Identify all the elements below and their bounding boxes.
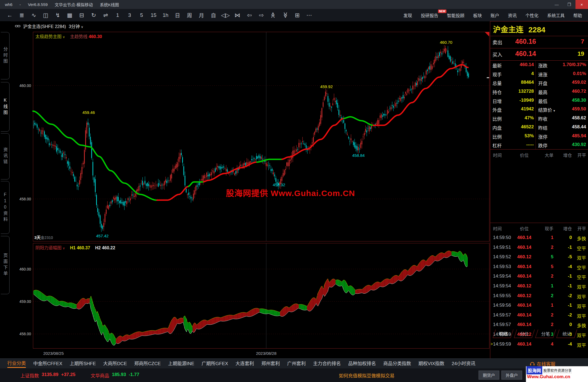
tape-oi-delta: -1 bbox=[556, 274, 572, 279]
index2-label[interactable]: 文华商品 bbox=[91, 372, 109, 379]
bid-row[interactable]: 买入 460.14 19 bbox=[490, 48, 588, 60]
tape-row[interactable]: 14:59:52460.125-5双平 bbox=[490, 252, 588, 262]
bid-price: 460.14 bbox=[507, 50, 545, 58]
tape-row[interactable]: 14:59:57460.142-2双平 bbox=[490, 310, 588, 320]
quote-label: 昨结 bbox=[538, 124, 547, 131]
recharge-notice-link[interactable]: 如何充值模拟豆做模拟交易 bbox=[339, 372, 394, 379]
tape-row[interactable]: 14:59:55460.122-2双平 bbox=[490, 291, 588, 301]
bottom-tab-郑商所CZCE[interactable]: 郑商所CZCE bbox=[134, 360, 161, 367]
quote-row: 外盘41942结算价▼459.50 bbox=[490, 105, 588, 114]
bottom-tab-上期能源INE[interactable]: 上期能源INE bbox=[168, 360, 194, 367]
quote-row: 总量88464开盘459.02 bbox=[490, 78, 588, 87]
tape-row[interactable]: 14:59:50460.1410多换 bbox=[490, 233, 588, 243]
quote-value: 47% bbox=[501, 115, 534, 121]
column-header: 增仓 bbox=[556, 152, 572, 158]
tape-row[interactable]: 14:59:54460.121-1双平 bbox=[490, 281, 588, 291]
bottom-tab-大商所DCE[interactable]: 大商所DCE bbox=[103, 360, 127, 367]
tape-oi-delta: 0 bbox=[556, 322, 572, 327]
bottom-tab-期权VIX指数[interactable]: 期权VIX指数 bbox=[418, 360, 444, 367]
tape-oi-delta: -4 bbox=[556, 264, 572, 269]
futures-account-button[interactable]: 期货户 bbox=[479, 371, 499, 380]
quote-grid: 最新460.14涨跌1.70/0.37%现手4速涨0.01%总量88464开盘4… bbox=[490, 60, 588, 149]
bottom-tab-行业分类[interactable]: 行业分类 bbox=[7, 359, 26, 368]
tape-time: 14:59:54 bbox=[493, 274, 511, 279]
index2-change: -1.77 bbox=[129, 372, 139, 379]
tape-row[interactable]: 14:59:51460.142-1空平 bbox=[490, 243, 588, 252]
quote-row: 内盘46522昨结458.44 bbox=[490, 123, 588, 132]
period-selector[interactable]: 3分钟∨ bbox=[69, 23, 83, 29]
tab-统计[interactable]: 统计 bbox=[556, 330, 577, 338]
svg-text:458.84: 458.84 bbox=[352, 153, 365, 158]
bottom-tab-品种加权排名[interactable]: 品种加权排名 bbox=[348, 360, 376, 367]
tape-oi-delta: -1 bbox=[556, 245, 572, 250]
ask-volume: 7 bbox=[553, 38, 584, 45]
bottom-tab-广期所GFEX[interactable]: 广期所GFEX bbox=[202, 360, 228, 367]
tape-volume: 2 bbox=[534, 245, 553, 250]
settlement-selector[interactable]: 结算价▼ bbox=[538, 106, 556, 113]
tape-row[interactable]: >14:59:59460.144-4双平 bbox=[490, 339, 588, 349]
tape-oi-delta: -1 bbox=[556, 283, 572, 289]
ask-label: 卖出 bbox=[492, 39, 502, 46]
h1-value: H1 460.37 bbox=[70, 246, 90, 250]
sub-indicator-selector[interactable]: 阴阳力道幅图∨ bbox=[35, 246, 65, 250]
tape-oi-delta: -2 bbox=[556, 312, 572, 318]
index-quotes: 上证指数 3135.89 +37.25 文华商品 185.93 -1.77 bbox=[20, 372, 139, 379]
quote-label: 最低 bbox=[538, 98, 547, 104]
chevron-down-icon: ∨ bbox=[63, 35, 65, 39]
tape-row[interactable]: 14:59:57460.1420多换 bbox=[490, 320, 588, 330]
tape-table-header: 时间价位现手增仓开平 bbox=[490, 223, 588, 232]
quote-value: 459.02 bbox=[558, 80, 586, 85]
tape-volume: 4 bbox=[534, 341, 553, 347]
exchange-tab-bar: 行业分类中金所CFFEX上期所SHFE大商所DCE郑商所CZCE上期能源INE广… bbox=[0, 358, 588, 368]
quote-label: 跌停 bbox=[538, 142, 547, 149]
tape-direction: 双平 bbox=[572, 303, 586, 309]
column-header: 现手 bbox=[534, 225, 553, 232]
ask-row[interactable]: 卖出 460.16 7 bbox=[490, 36, 588, 48]
svg-text:458.00: 458.00 bbox=[19, 197, 31, 201]
bottom-tab-大连套利[interactable]: 大连套利 bbox=[235, 360, 254, 367]
quote-label: 速涨 bbox=[538, 71, 547, 78]
quote-value: 0.01% bbox=[558, 71, 586, 76]
logo-subtitle: 股票软件资源分享 bbox=[543, 368, 572, 373]
quote-value: 132728 bbox=[501, 89, 534, 94]
quote-row: 比例53%涨停485.94 bbox=[490, 132, 588, 141]
main-indicator-selector[interactable]: 太极趋势主图∨ bbox=[35, 34, 65, 39]
bottom-tab-中金所CFFEX[interactable]: 中金所CFFEX bbox=[33, 360, 62, 367]
bottom-tab-商品分类指数[interactable]: 商品分类指数 bbox=[383, 360, 411, 367]
tape-oi-delta: -5 bbox=[556, 254, 572, 260]
overseas-account-button[interactable]: 外盘户 bbox=[501, 371, 522, 380]
bottom-tab-主力合约排名[interactable]: 主力合约排名 bbox=[313, 360, 341, 367]
svg-text:460.00: 460.00 bbox=[19, 83, 31, 88]
tape-direction: 空平 bbox=[572, 245, 586, 251]
tape-row[interactable]: 14:59:56460.141-1双平 bbox=[490, 300, 588, 310]
tape-time: 14:59:50 bbox=[493, 235, 511, 240]
quote-symbol-title: 沪金主连2284 bbox=[493, 24, 545, 35]
tape-volume: 2 bbox=[534, 293, 553, 299]
tape-direction: 双平 bbox=[572, 312, 586, 319]
tab-明细[interactable]: 明细 bbox=[493, 330, 513, 338]
quote-row: 比例47%昨收458.62 bbox=[490, 114, 588, 123]
watermark: 股海网提供 Www.Guhai.Com.CN bbox=[226, 187, 355, 198]
quote-value: 41942 bbox=[501, 106, 534, 112]
quote-label: 昨收 bbox=[538, 115, 547, 122]
tape-time: 14:59:52 bbox=[493, 254, 511, 260]
tape-volume: 1 bbox=[534, 235, 553, 240]
tape-row[interactable]: 14:59:54460.142-1空平 bbox=[490, 271, 588, 281]
tab-分笔[interactable]: 分笔 bbox=[535, 330, 556, 338]
chevron-down-icon: ∨ bbox=[63, 246, 65, 250]
chart-tab-header[interactable]: 沪金主连(SHFE 2284) 3分钟∨ bbox=[15, 23, 83, 29]
bottom-tab-24小时资讯[interactable]: 24小时资讯 bbox=[452, 360, 475, 367]
index1-label[interactable]: 上证指数 bbox=[20, 372, 39, 379]
quote-label: 杠杆 bbox=[492, 142, 502, 149]
bottom-tab-郑州套利[interactable]: 郑州套利 bbox=[261, 360, 280, 367]
bottom-tab-广州套利[interactable]: 广州套利 bbox=[287, 360, 306, 367]
bid-volume: 19 bbox=[553, 50, 584, 57]
quote-label: 内盘 bbox=[492, 124, 502, 131]
application-window: wh6 - Ver6.8.559 文华云节点-模拟移动 系统K线图 —❐× ←≣… bbox=[0, 0, 588, 382]
tape-direction: 空平 bbox=[572, 264, 586, 271]
tape-row[interactable]: 14:59:53460.145-4空平 bbox=[490, 262, 588, 272]
svg-text:457.42: 457.42 bbox=[96, 234, 109, 238]
tape-oi-delta: -1 bbox=[556, 303, 572, 308]
bottom-tab-上期所SHFE[interactable]: 上期所SHFE bbox=[70, 360, 96, 367]
tab-分价[interactable]: 分价 bbox=[514, 330, 535, 338]
